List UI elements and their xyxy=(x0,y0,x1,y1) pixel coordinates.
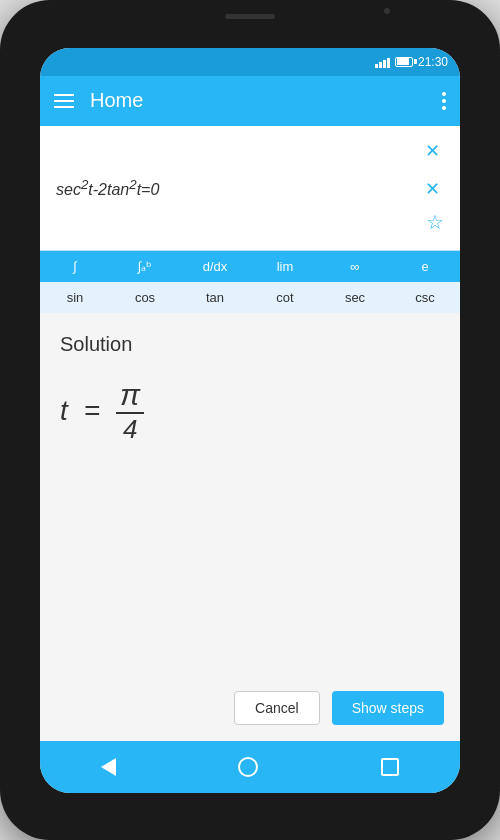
equation-row-2: ☆ xyxy=(56,206,444,238)
solution-equals: = xyxy=(84,395,100,427)
solution-panel: Solution t = π 4 xyxy=(40,313,460,679)
key-derivative[interactable]: d/dx xyxy=(180,251,250,282)
key-cos[interactable]: cos xyxy=(110,282,180,313)
key-csc[interactable]: csc xyxy=(390,282,460,313)
recents-icon[interactable] xyxy=(381,758,399,776)
phone-camera xyxy=(384,8,390,14)
key-limit[interactable]: lim xyxy=(250,251,320,282)
more-vert-icon[interactable] xyxy=(442,92,446,110)
phone-screen: 21:30 Home ✕ xyxy=(40,48,460,793)
equation-text: sec2t-2tan2t=0 xyxy=(56,177,159,199)
signal-icon xyxy=(375,56,390,68)
fraction-denominator: 4 xyxy=(123,416,137,442)
key-definite-integral[interactable]: ∫ₐᵇ xyxy=(110,251,180,282)
fraction-numerator: π xyxy=(120,380,140,410)
status-bar-right: 21:30 xyxy=(375,55,448,69)
key-infinity[interactable]: ∞ xyxy=(320,251,390,282)
solution-fraction: π 4 xyxy=(116,380,144,442)
home-icon[interactable] xyxy=(238,757,258,777)
app-bar-title: Home xyxy=(90,89,426,112)
key-euler[interactable]: e xyxy=(390,251,460,282)
clear-icon-area: ✕ xyxy=(56,138,444,164)
battery-icon xyxy=(395,57,413,67)
solution-title: Solution xyxy=(60,333,440,356)
hamburger-icon[interactable] xyxy=(54,94,74,108)
equation-row: sec2t-2tan2t=0 ✕ xyxy=(56,172,444,206)
keyboard-area: ∫ ∫ₐᵇ d/dx lim ∞ e sin cos tan cot sec c… xyxy=(40,250,460,313)
status-time: 21:30 xyxy=(418,55,448,69)
calc-area: ✕ sec2t-2tan2t=0 ✕ ☆ xyxy=(40,126,460,250)
key-sin[interactable]: sin xyxy=(40,282,110,313)
back-icon[interactable] xyxy=(101,758,116,776)
show-steps-button[interactable]: Show steps xyxy=(332,691,444,725)
nav-bar xyxy=(40,741,460,793)
button-row: Cancel Show steps xyxy=(40,679,460,741)
status-bar: 21:30 xyxy=(40,48,460,76)
favorite-icon[interactable]: ☆ xyxy=(426,210,444,234)
keyboard-row-trig: sin cos tan cot sec csc xyxy=(40,282,460,313)
main-content: ✕ sec2t-2tan2t=0 ✕ ☆ ∫ ∫ₐᵇ d/ xyxy=(40,126,460,741)
clear-button-eq[interactable]: ✕ xyxy=(421,176,444,202)
key-sec[interactable]: sec xyxy=(320,282,390,313)
cancel-button[interactable]: Cancel xyxy=(234,691,320,725)
key-tan[interactable]: tan xyxy=(180,282,250,313)
key-integral[interactable]: ∫ xyxy=(40,251,110,282)
phone-frame: 21:30 Home ✕ xyxy=(0,0,500,840)
clear-button-top[interactable]: ✕ xyxy=(421,138,444,164)
keyboard-row-functions: ∫ ∫ₐᵇ d/dx lim ∞ e xyxy=(40,251,460,282)
key-cot[interactable]: cot xyxy=(250,282,320,313)
phone-speaker xyxy=(225,14,275,19)
solution-variable: t xyxy=(60,395,68,427)
app-bar: Home xyxy=(40,76,460,126)
solution-equation: t = π 4 xyxy=(60,372,440,450)
